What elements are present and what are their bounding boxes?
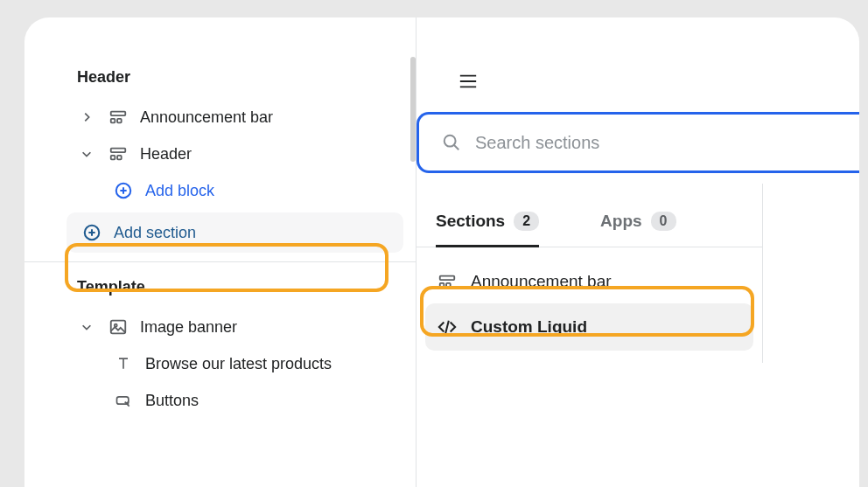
chevron-down-icon [77,144,96,163]
section-icon [108,108,128,127]
row-label: Browse our latest products [145,355,332,373]
row-label: Header [140,145,192,163]
row-label: Buttons [145,392,199,410]
section-row-header[interactable]: Header [24,136,416,172]
tab-label: Sections [436,212,505,231]
preview-panel: Sections 2 Apps 0 Announcement bar [416,17,859,487]
section-row-announcement-bar[interactable]: Announcement bar [24,99,416,136]
svg-rect-3 [111,149,126,153]
svg-rect-12 [440,276,455,281]
result-label: Announcement bar [471,272,612,291]
row-label: Image banner [140,318,237,337]
chevron-right-icon [77,108,96,127]
section-icon [438,272,457,291]
group-label-header: Header [24,52,416,99]
svg-rect-0 [111,112,126,116]
search-input[interactable] [475,133,836,153]
block-row-buttons[interactable]: Buttons [24,382,416,419]
search-icon [442,133,461,152]
svg-rect-13 [440,283,444,288]
svg-point-11 [444,136,456,147]
add-block-button[interactable]: Add block [24,172,416,209]
image-icon [108,317,128,337]
plus-circle-icon [114,181,133,200]
picker-tabs: Sections 2 Apps 0 [416,201,762,247]
tab-count-badge: 0 [651,212,676,231]
section-row-image-banner[interactable]: Image banner [24,309,416,345]
text-icon [114,354,133,373]
svg-rect-5 [117,156,122,160]
add-block-label: Add block [145,182,214,200]
add-section-button[interactable]: Add section [66,212,403,253]
sections-sidebar: Header Announcement bar Header Add bloc [24,17,416,487]
svg-rect-14 [446,283,451,288]
group-label-template: Template [24,262,416,309]
tab-apps[interactable]: Apps 0 [600,201,676,247]
plus-circle-icon [82,223,102,242]
svg-rect-2 [117,119,122,123]
tab-sections[interactable]: Sections 2 [436,201,539,247]
button-icon [114,391,133,410]
svg-rect-4 [111,156,116,160]
block-row-browse-products[interactable]: Browse our latest products [24,345,416,382]
section-icon [108,144,128,163]
section-picker-panel: Sections 2 Apps 0 Announcement bar [416,184,763,363]
results-list: Announcement bar Custom Liquid [416,247,762,363]
scrollbar[interactable] [410,57,416,162]
svg-rect-1 [111,119,116,123]
hamburger-icon[interactable] [458,72,478,91]
chevron-down-icon [77,317,96,337]
tab-label: Apps [600,212,642,231]
result-custom-liquid[interactable]: Custom Liquid [425,303,753,351]
row-label: Announcement bar [140,108,273,127]
tab-count-badge: 2 [514,212,539,231]
editor-window: Header Announcement bar Header Add bloc [24,17,859,487]
result-announcement-bar[interactable]: Announcement bar [416,260,762,303]
search-sections-field[interactable] [416,112,859,173]
result-label: Custom Liquid [471,317,587,337]
add-section-label: Add section [114,224,196,242]
code-icon [438,317,457,337]
